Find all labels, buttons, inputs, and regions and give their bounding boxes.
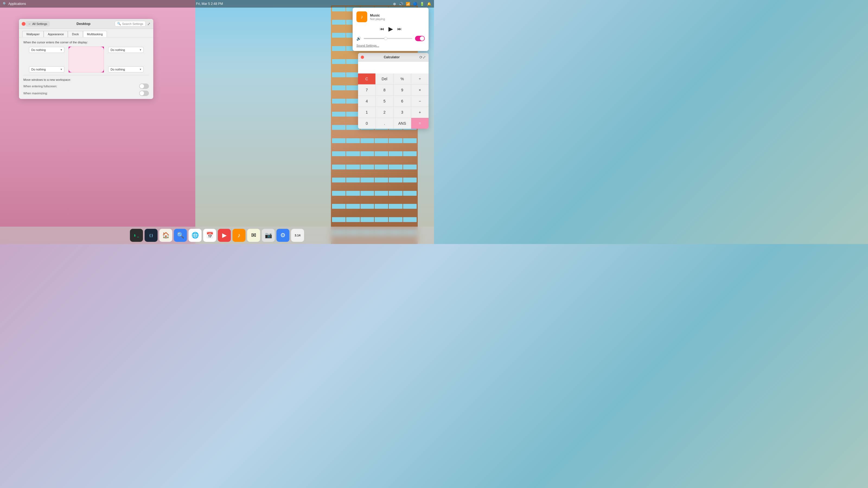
- fullscreen-label: When entering fullscreen:: [23, 85, 57, 88]
- move-windows-label: Move windows to a new workspace:: [23, 78, 149, 82]
- dock: $ _ { } 🏠 🔍 🌐 📅 ▶ ♪ ✉ 📷 ⚙ 3.14: [0, 227, 434, 244]
- back-button[interactable]: ← All Settings: [26, 21, 50, 27]
- calc-btn-3[interactable]: 3: [394, 107, 411, 118]
- dock-item-terminal[interactable]: $ _: [130, 229, 143, 242]
- dock-item-video[interactable]: ▶: [218, 229, 231, 242]
- calc-history-button[interactable]: ⟳: [420, 55, 423, 59]
- wifi-icon[interactable]: 📶: [406, 2, 410, 6]
- tab-multitasking[interactable]: Multitasking: [83, 31, 107, 37]
- calc-btn-7[interactable]: 7: [358, 85, 375, 95]
- tab-appearance[interactable]: Appearance: [44, 31, 68, 37]
- dock-item-mail[interactable]: ✉: [247, 229, 260, 242]
- move-windows-section: Move windows to a new workspace: When en…: [23, 75, 149, 96]
- maximizing-toggle[interactable]: [139, 91, 149, 96]
- calc-btn-equals[interactable]: =: [411, 118, 429, 129]
- calc-btn-0[interactable]: 0: [358, 118, 375, 129]
- calc-btn-percent[interactable]: %: [394, 73, 411, 84]
- settings-content: When the cursor enters the corner of the…: [19, 37, 153, 99]
- taskbar-right: ⊕ 🔊 📶 🔵 🔋 🔔: [393, 2, 431, 6]
- dock-item-css-editor[interactable]: { }: [145, 229, 158, 242]
- calc-btn-decimal[interactable]: .: [376, 118, 393, 129]
- dock-item-photos[interactable]: 📷: [262, 229, 275, 242]
- dock-item-music[interactable]: ♪: [232, 229, 246, 242]
- music-info: Music Not playing: [370, 13, 425, 21]
- search-icon: 🔍: [117, 22, 121, 26]
- window-title: Desktop: [52, 22, 115, 26]
- volume-icon[interactable]: 🔊: [399, 2, 403, 6]
- fullscreen-toggle-knob: [140, 84, 144, 88]
- music-toggle[interactable]: [415, 36, 425, 41]
- corner-dot-bl: [69, 69, 72, 72]
- bottom-right-select[interactable]: Do nothing: [108, 66, 144, 72]
- fullscreen-toggle[interactable]: [139, 84, 149, 89]
- taskbar-center: Fri, Mar 5 2:48 PM: [196, 2, 223, 6]
- volume-fill: [364, 38, 386, 39]
- calc-close-button[interactable]: [361, 56, 364, 59]
- volume-icon: 🔊: [356, 36, 361, 41]
- bottom-left-select-wrapper[interactable]: Do nothing ▼: [29, 66, 64, 72]
- dock-item-calculator[interactable]: 3.14: [291, 229, 304, 242]
- dock-item-settings[interactable]: ⚙: [276, 229, 289, 242]
- volume-slider[interactable]: [364, 38, 412, 39]
- calc-btn-del[interactable]: Del: [376, 73, 393, 84]
- calc-btn-4[interactable]: 4: [358, 96, 375, 106]
- calc-btn-8[interactable]: 8: [376, 85, 393, 95]
- tab-dock[interactable]: Dock: [68, 31, 83, 37]
- dock-item-browser[interactable]: 🌐: [188, 229, 202, 242]
- top-left-select[interactable]: Do nothing: [29, 47, 64, 53]
- calculator-window: Calculator ⟳ ⤢ C Del % ÷ 7 8 9 × 4 5 6 −…: [358, 53, 429, 129]
- corner-dot-br: [100, 69, 104, 72]
- bottom-left-select[interactable]: Do nothing: [29, 66, 64, 72]
- calc-btn-divide[interactable]: ÷: [411, 73, 429, 84]
- music-controls: ⏮ ▶ ⏭: [356, 26, 425, 33]
- top-left-select-wrapper[interactable]: Do nothing ▼: [29, 47, 64, 53]
- bottom-right-select-wrapper[interactable]: Do nothing ▼: [108, 66, 144, 72]
- calc-titlebar: Calculator ⟳ ⤢: [358, 53, 429, 62]
- music-next-button[interactable]: ⏭: [397, 27, 402, 31]
- calc-expand-button[interactable]: ⤢: [423, 55, 426, 59]
- calc-btn-2[interactable]: 2: [376, 107, 393, 118]
- calc-btn-9[interactable]: 9: [394, 85, 411, 95]
- window-close-button[interactable]: [22, 22, 26, 26]
- sound-settings-link[interactable]: Sound Settings...: [356, 44, 425, 47]
- top-right-select-wrapper[interactable]: Do nothing ▼: [108, 47, 144, 53]
- music-toggle-knob: [420, 36, 424, 41]
- music-play-button[interactable]: ▶: [389, 26, 393, 33]
- corner-section-label: When the cursor enters the corner of the…: [23, 41, 149, 44]
- taskbar: 🔍 Applications Fri, Mar 5 2:48 PM ⊕ 🔊 📶 …: [0, 0, 434, 8]
- search-icon: 🔍: [3, 2, 7, 6]
- calc-btn-5[interactable]: 5: [376, 96, 393, 106]
- tab-wallpaper[interactable]: Wallpaper: [22, 31, 44, 37]
- bluetooth-icon[interactable]: 🔵: [413, 2, 417, 6]
- top-right-select[interactable]: Do nothing: [108, 47, 144, 53]
- calc-btn-ans[interactable]: ANS: [394, 118, 411, 129]
- calc-btn-6[interactable]: 6: [394, 96, 411, 106]
- volume-thumb: [384, 37, 388, 40]
- accessibility-icon[interactable]: ⊕: [393, 2, 396, 6]
- calc-display: [358, 62, 429, 73]
- dock-item-search[interactable]: 🔍: [174, 229, 187, 242]
- applications-label[interactable]: Applications: [8, 2, 26, 6]
- window-search[interactable]: 🔍 Search Settings: [115, 21, 146, 27]
- calc-btn-multiply[interactable]: ×: [411, 85, 429, 95]
- dock-item-files[interactable]: 🏠: [159, 229, 172, 242]
- calc-title: Calculator: [364, 55, 420, 59]
- settings-tabs: Wallpaper Appearance Dock Multitasking: [19, 29, 153, 37]
- music-prev-button[interactable]: ⏮: [380, 27, 384, 31]
- battery-icon[interactable]: 🔋: [420, 2, 424, 6]
- calc-btn-1[interactable]: 1: [358, 107, 375, 118]
- dock-item-calendar[interactable]: 📅: [203, 229, 216, 242]
- corner-dot-tr: [100, 46, 104, 51]
- notification-icon[interactable]: 🔔: [427, 2, 431, 6]
- maximizing-toggle-knob: [140, 91, 144, 95]
- window-expand-button[interactable]: ⤢: [147, 22, 151, 26]
- calc-btn-plus[interactable]: +: [411, 107, 429, 118]
- music-status: Not playing: [370, 18, 425, 21]
- calc-btn-minus[interactable]: −: [411, 96, 429, 106]
- music-popup-header: ♪ Music Not playing: [356, 11, 425, 22]
- corner-preview: [69, 46, 104, 72]
- music-popup: ♪ Music Not playing ⏮ ▶ ⏭ 🔊 Sound Settin…: [352, 8, 429, 51]
- calc-btn-c[interactable]: C: [358, 73, 375, 84]
- settings-window: ← All Settings Desktop 🔍 Search Settings…: [19, 19, 153, 99]
- back-arrow-icon: ←: [28, 22, 31, 26]
